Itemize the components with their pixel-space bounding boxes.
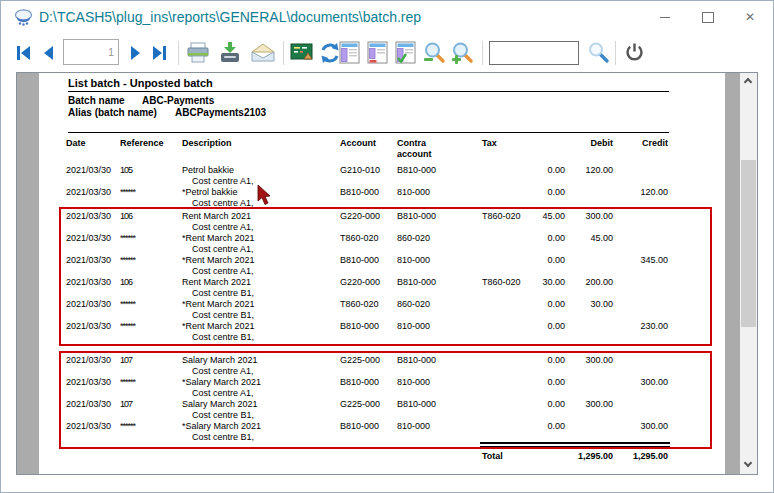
report-file-icon: [14, 8, 33, 27]
report-preview-area: List batch - Unposted batch Batch name A…: [16, 72, 758, 475]
export-button[interactable]: [217, 33, 243, 72]
page-margin-right: [725, 73, 740, 474]
zoom-in-icon: [451, 41, 474, 64]
toolbar: [1, 33, 773, 72]
design-board-icon: [290, 42, 314, 64]
table-cell: 810-000: [397, 187, 430, 198]
zoom-out-button[interactable]: [421, 33, 447, 72]
table-cell: B810-000: [397, 165, 436, 176]
column-header-contra: Contra: [397, 138, 426, 148]
email-button[interactable]: [249, 33, 277, 72]
last-page-button[interactable]: [149, 33, 171, 72]
scrollbar-thumb[interactable]: [741, 160, 756, 327]
layout-single-button[interactable]: [337, 33, 361, 72]
highlight-box-salary-entries: [59, 351, 712, 449]
total-credit: 1,295.00: [588, 451, 668, 461]
maximize-button[interactable]: [701, 11, 715, 23]
next-page-button[interactable]: [125, 33, 145, 72]
first-page-icon: [14, 44, 32, 62]
toolbar-separator: [283, 41, 284, 65]
minimize-button[interactable]: [659, 11, 673, 23]
column-header-tax: Tax: [482, 138, 497, 148]
layout-continuous-button[interactable]: [365, 33, 389, 72]
search-icon: [587, 41, 610, 64]
table-cell: 0.00: [515, 187, 565, 198]
table-cell: ******: [120, 187, 135, 198]
table-cell: 2021/03/30: [66, 187, 111, 198]
export-icon: [218, 42, 242, 64]
table-row: 2021/03/30*******Petrol bakkieB810-00081…: [39, 187, 725, 209]
alias-label: Alias (batch name): [68, 107, 157, 118]
last-page-icon: [151, 44, 169, 62]
toolbar-separator: [178, 41, 179, 65]
alias-value: ABCPayments2103: [175, 107, 266, 118]
toolbar-separator: [615, 41, 616, 65]
table-cell: Cost centre A1,: [192, 176, 254, 187]
previous-page-button[interactable]: [39, 33, 59, 72]
layout-single-icon: [339, 41, 360, 64]
report-page: List batch - Unposted batch Batch name A…: [39, 73, 725, 474]
window-title: D:\TCASH5\plug_ins\reports\GENERAL\docum…: [39, 9, 421, 25]
column-header-debit: Debit: [563, 138, 613, 148]
column-header-credit: Credit: [618, 138, 668, 148]
scroll-down-button[interactable]: [740, 457, 757, 474]
column-header-description: Description: [182, 138, 232, 148]
report-viewer-window: D:\TCASH5\plug_ins\reports\GENERAL\docum…: [0, 0, 774, 493]
column-header-reference: Reference: [120, 138, 164, 148]
print-button[interactable]: [185, 33, 211, 72]
mouse-cursor: [257, 185, 272, 206]
table-cell: 120.00: [563, 165, 613, 176]
vertical-scrollbar[interactable]: [740, 73, 757, 474]
search-button[interactable]: [585, 33, 611, 72]
table-row: 2021/03/30105Petrol bakkieG210-010B810-0…: [39, 165, 725, 187]
layout-facing-button[interactable]: [393, 33, 417, 72]
email-icon: [250, 43, 276, 63]
power-icon: [624, 42, 645, 63]
scroll-up-button[interactable]: [740, 73, 757, 90]
table-cell: 105: [120, 165, 132, 176]
layout-continuous-icon: [367, 41, 388, 64]
highlight-box-rent-entries: [59, 207, 712, 346]
column-header-account: Account: [340, 138, 376, 148]
column-header-date: Date: [66, 138, 86, 148]
report-title: List batch - Unposted batch: [68, 77, 213, 89]
total-label: Total: [482, 451, 503, 461]
table-cell: 0.00: [515, 165, 565, 176]
zoom-out-icon: [423, 41, 446, 64]
printer-icon: [186, 42, 210, 64]
next-page-icon: [126, 44, 144, 62]
table-cell: *Petrol bakkie: [182, 187, 238, 198]
batch-name-value: ABC-Payments: [142, 95, 214, 106]
chevron-up-icon: [744, 78, 752, 86]
exit-button[interactable]: [622, 33, 646, 72]
page-number-input[interactable]: [63, 39, 119, 65]
toolbar-separator: [482, 41, 483, 65]
table-cell: G210-010: [340, 165, 380, 176]
report-design-button[interactable]: [289, 33, 315, 72]
first-page-button[interactable]: [13, 33, 33, 72]
column-header-contra-2: account: [397, 149, 432, 159]
page-margin-left: [17, 73, 39, 474]
layout-facing-icon: [395, 41, 416, 64]
rule-under-title: [68, 91, 669, 92]
table-cell: 2021/03/30: [66, 165, 111, 176]
rule-above-headers: [68, 132, 669, 133]
title-bar: D:\TCASH5\plug_ins\reports\GENERAL\docum…: [1, 1, 773, 33]
close-button[interactable]: ✕: [743, 11, 757, 23]
table-cell: B810-000: [340, 187, 379, 198]
batch-name-label: Batch name: [68, 95, 125, 106]
table-cell: 120.00: [618, 187, 668, 198]
chevron-down-icon: [744, 459, 752, 467]
zoom-in-button[interactable]: [449, 33, 475, 72]
table-cell: Petrol bakkie: [182, 165, 234, 176]
search-input[interactable]: [489, 41, 579, 65]
previous-page-icon: [40, 44, 58, 62]
